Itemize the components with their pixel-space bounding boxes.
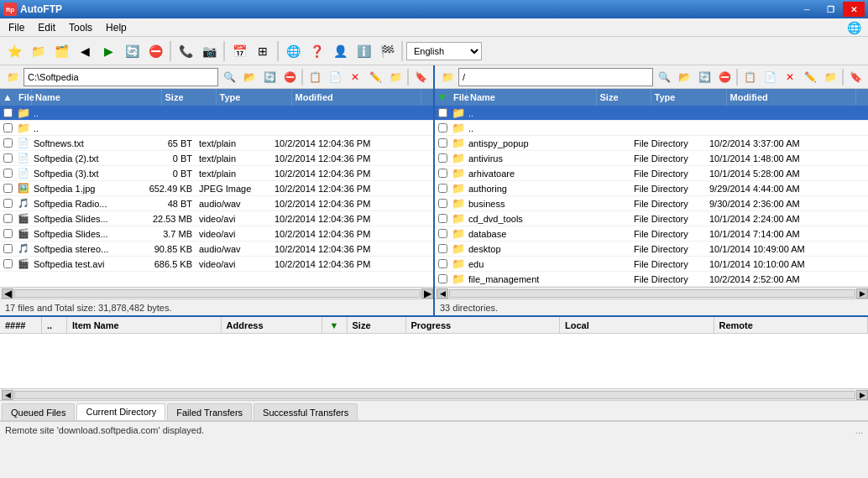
- row-checkbox-area[interactable]: [435, 214, 450, 223]
- row-checkbox-area[interactable]: [0, 229, 15, 238]
- left-address-input[interactable]: [24, 68, 218, 86]
- row-checkbox[interactable]: [438, 229, 447, 238]
- left-queue-btn[interactable]: 📋: [306, 68, 324, 86]
- tab-current-directory[interactable]: Current Directory: [76, 403, 165, 420]
- row-checkbox[interactable]: [438, 259, 447, 268]
- table-row[interactable]: 📁 arhivatoare File Directory 10/1/2014 5…: [435, 166, 868, 181]
- toolbar-folder-open[interactable]: 🗂️: [50, 40, 72, 62]
- row-checkbox-area[interactable]: [0, 123, 15, 132]
- row-checkbox-area[interactable]: [0, 108, 15, 117]
- right-col-type[interactable]: Type: [651, 89, 727, 106]
- table-row[interactable]: 📁 ..: [0, 121, 433, 136]
- left-sort-arrow[interactable]: ▲: [0, 91, 15, 103]
- menu-tools[interactable]: Tools: [62, 18, 99, 36]
- right-del-btn[interactable]: ✕: [781, 68, 799, 86]
- queue-hscroll-right[interactable]: ▶: [856, 390, 868, 400]
- left-hscroll-right[interactable]: ▶: [421, 288, 433, 299]
- right-mkdir-btn[interactable]: 📁: [821, 68, 839, 86]
- row-checkbox[interactable]: [438, 214, 447, 223]
- left-search-btn[interactable]: 🔍: [220, 68, 238, 86]
- toolbar-key[interactable]: 📷: [198, 40, 220, 62]
- left-hscroll-track[interactable]: [14, 289, 421, 298]
- toolbar-star[interactable]: 📁: [27, 40, 49, 62]
- right-hscroll-track[interactable]: [449, 289, 855, 298]
- queue-hscroll-left[interactable]: ◀: [2, 390, 13, 400]
- close-button[interactable]: ✕: [843, 2, 865, 17]
- left-del-btn[interactable]: ✕: [346, 68, 364, 86]
- toolbar-grid[interactable]: ⊞: [252, 40, 274, 62]
- left-hscroll-left[interactable]: ◀: [2, 288, 13, 299]
- left-col-name[interactable]: Name: [32, 89, 162, 106]
- table-row[interactable]: 📁 business File Directory 9/30/2014 2:36…: [435, 196, 868, 211]
- row-checkbox-area[interactable]: [435, 199, 450, 208]
- table-row[interactable]: 📁 file_management File Directory 10/2/20…: [435, 272, 868, 287]
- language-select[interactable]: English: [406, 42, 482, 60]
- right-sort-arrow[interactable]: ▼: [435, 91, 450, 103]
- row-checkbox-area[interactable]: [435, 138, 450, 148]
- row-checkbox-area[interactable]: [435, 229, 450, 238]
- toolbar-bookmark[interactable]: ⭐: [3, 40, 25, 62]
- right-refresh-btn[interactable]: 🔄: [695, 68, 714, 86]
- left-col-size[interactable]: Size: [162, 89, 217, 106]
- toolbar-globe2[interactable]: 🌐: [282, 40, 304, 62]
- table-row[interactable]: 📄 Softnews.txt 65 BT text/plain 10/2/201…: [0, 136, 433, 151]
- table-row[interactable]: 📁 database File Directory 10/1/2014 7:14…: [435, 226, 868, 242]
- left-rename-btn[interactable]: ✏️: [366, 68, 384, 86]
- row-checkbox-area[interactable]: [435, 169, 450, 178]
- right-nav-btn1[interactable]: 📂: [675, 68, 693, 86]
- row-checkbox-area[interactable]: [435, 108, 450, 117]
- row-checkbox[interactable]: [438, 153, 447, 163]
- table-row[interactable]: 📄 Softpedia (2).txt 0 BT text/plain 10/2…: [0, 151, 433, 166]
- left-prop-btn[interactable]: 📄: [326, 68, 344, 86]
- row-checkbox-area[interactable]: [435, 259, 450, 268]
- row-checkbox-area[interactable]: [0, 169, 15, 178]
- right-stop-btn[interactable]: ⛔: [715, 68, 734, 86]
- table-row[interactable]: 📁 authoring File Directory 9/29/2014 4:4…: [435, 181, 868, 196]
- table-row[interactable]: 📁 antivirus File Directory 10/1/2014 1:4…: [435, 151, 868, 166]
- table-row[interactable]: 📄 Softpedia (3).txt 0 BT text/plain 10/2…: [0, 166, 433, 181]
- row-checkbox[interactable]: [3, 138, 13, 148]
- right-hscroll-left[interactable]: ◀: [437, 288, 448, 299]
- row-checkbox-area[interactable]: [435, 244, 450, 253]
- row-checkbox[interactable]: [3, 259, 13, 268]
- row-checkbox[interactable]: [438, 108, 447, 117]
- row-checkbox[interactable]: [438, 199, 447, 208]
- right-queue-btn[interactable]: 📋: [740, 68, 759, 86]
- left-nav-btn1[interactable]: 📂: [240, 68, 259, 86]
- row-checkbox[interactable]: [438, 138, 447, 148]
- right-hscroll[interactable]: ◀ ▶: [435, 287, 868, 299]
- tab-successful-transfers[interactable]: Successful Transfers: [254, 403, 358, 420]
- toolbar-flag[interactable]: 🏁: [376, 40, 398, 62]
- row-checkbox[interactable]: [438, 274, 447, 283]
- toolbar-phone[interactable]: 📞: [175, 40, 196, 62]
- row-checkbox-area[interactable]: [0, 244, 15, 253]
- row-checkbox[interactable]: [438, 244, 447, 253]
- queue-hscroll-track[interactable]: [14, 391, 855, 399]
- right-file-list[interactable]: 📁 .. 📁 .. 📁 antispy_popup File Di: [435, 106, 868, 287]
- toolbar-user[interactable]: 👤: [329, 40, 351, 62]
- table-row[interactable]: 📁 ..: [0, 106, 433, 121]
- row-checkbox[interactable]: [3, 199, 13, 208]
- right-filter-btn[interactable]: 🔖: [846, 68, 865, 86]
- right-address-input[interactable]: [458, 68, 653, 86]
- row-checkbox[interactable]: [3, 244, 13, 253]
- menu-edit[interactable]: Edit: [31, 18, 62, 36]
- left-refresh-btn[interactable]: 🔄: [260, 68, 279, 86]
- table-row[interactable]: 🎵 Softpedia Radio... 48 BT audio/wav 10/…: [0, 196, 433, 211]
- toolbar-help[interactable]: ❓: [306, 40, 327, 62]
- table-row[interactable]: 🎬 Softpedia Slides... 22.53 MB video/avi…: [0, 211, 433, 226]
- row-checkbox[interactable]: [3, 123, 13, 132]
- left-mkdir-btn[interactable]: 📁: [386, 68, 405, 86]
- left-col-file[interactable]: File: [15, 89, 32, 106]
- table-row[interactable]: 🎵 Softpedia stereo... 90.85 KB audio/wav…: [0, 242, 433, 257]
- right-search-btn[interactable]: 🔍: [655, 68, 673, 86]
- row-checkbox-area[interactable]: [0, 153, 15, 163]
- toolbar-calendar[interactable]: 📅: [228, 40, 250, 62]
- row-checkbox-area[interactable]: [0, 184, 15, 193]
- right-hscroll-right[interactable]: ▶: [856, 288, 868, 299]
- row-checkbox-area[interactable]: [435, 153, 450, 163]
- row-checkbox[interactable]: [438, 123, 447, 132]
- left-stop-btn[interactable]: ⛔: [280, 68, 299, 86]
- row-checkbox[interactable]: [3, 184, 13, 193]
- row-checkbox-area[interactable]: [435, 184, 450, 193]
